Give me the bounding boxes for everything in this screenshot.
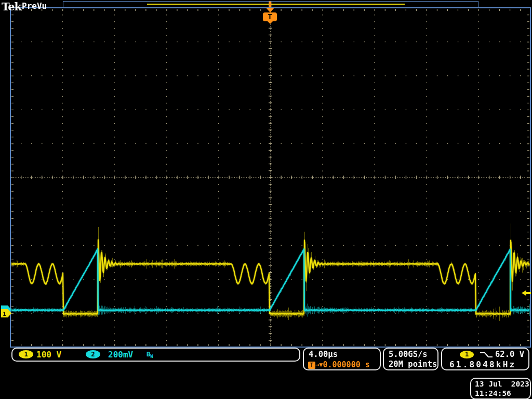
record-view-waveform-line <box>147 4 405 5</box>
trigger-t-badge-icon: T <box>308 362 315 369</box>
trigger-position-flag[interactable]: T <box>263 12 277 21</box>
trigger-source-badge: 1 <box>460 351 474 358</box>
record-view-bar[interactable] <box>63 1 478 8</box>
datetime-box: 13 Jul 2023 11:24:56 <box>470 378 531 399</box>
trigger-position-arrows-icon: →▼ <box>315 361 323 368</box>
ch2-badge[interactable]: 2 <box>86 350 100 358</box>
ch2-bandwidth-limit-indicator: BW <box>147 351 153 359</box>
trigger-frequency-readout: 61.8048kHz <box>449 360 516 369</box>
trigger-position-readout: T→▼0.000000 s <box>308 360 370 369</box>
horizontal-readout-box[interactable]: 4.00µs T→▼0.000000 s <box>303 348 381 370</box>
graticule-and-waveform-canvas <box>0 0 532 399</box>
time-readout: 11:24:56 <box>475 389 511 397</box>
trigger-position-value: 0.000000 s <box>323 360 369 369</box>
timebase-readout: 4.00µs <box>309 350 338 359</box>
trigger-flag-point-icon <box>268 21 273 24</box>
trigger-readout-box[interactable]: 1 62.0 V 61.8048kHz <box>441 348 529 370</box>
trigger-level-readout: 62.0 V <box>495 350 524 359</box>
sample-rate-readout: 5.00GS/s <box>389 350 428 359</box>
tek-logo: Tek <box>2 0 21 13</box>
record-length-readout: 20M points <box>389 360 437 369</box>
bw-subscript: W <box>150 354 153 359</box>
ch1-marker-label: 1 <box>3 311 6 317</box>
acquisition-status-label: PreVu <box>22 1 47 11</box>
acquisition-readout-box[interactable]: 5.00GS/s 20M points <box>383 348 438 370</box>
channel-readout-box[interactable]: 1 100 V 2 200mV BW <box>11 348 300 362</box>
oscilloscope-screen: Tek PreVu T 1 1 100 V 2 200mV BW 4.00µs … <box>0 0 532 399</box>
trigger-position-triangle-icon[interactable] <box>266 8 274 12</box>
ch2-scale-readout: 200mV <box>108 350 133 360</box>
trigger-level-arrow-icon[interactable] <box>521 289 532 297</box>
date-readout: 13 Jul 2023 <box>475 380 529 388</box>
trigger-falling-slope-icon <box>480 351 493 358</box>
ch1-scale-readout: 100 V <box>36 350 61 360</box>
ch1-badge[interactable]: 1 <box>19 350 33 358</box>
channel-markers: 1 <box>0 301 16 322</box>
record-view-trigger-marker[interactable] <box>269 2 271 7</box>
